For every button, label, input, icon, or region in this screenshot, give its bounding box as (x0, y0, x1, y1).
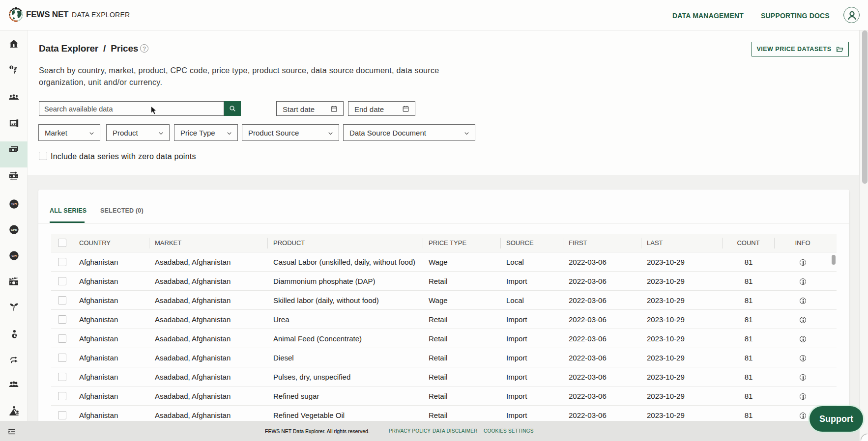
svg-text:SPI: SPI (11, 202, 17, 206)
svg-text:CPR: CPR (11, 228, 17, 231)
svg-text:CPI: CPI (11, 254, 16, 257)
